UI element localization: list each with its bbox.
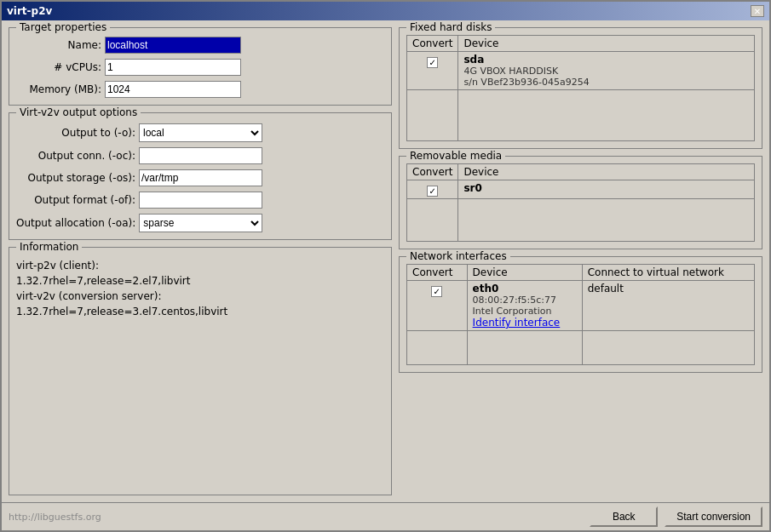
table-row-empty <box>407 331 755 365</box>
memory-row: Memory (MB): <box>16 81 384 98</box>
fixed-disks-col-device: Device <box>458 36 755 52</box>
vcpus-row: # vCPUs: <box>16 59 384 76</box>
information-text: virt-p2v (client): 1.32.7rhel=7,release=… <box>16 258 384 319</box>
information-group: Information virt-p2v (client): 1.32.7rhe… <box>9 247 392 495</box>
fixed-disks-table: Convert Device ✓ <box>406 35 755 141</box>
info-line-4: 1.32.7rhel=7,release=3.el7.centos,libvir… <box>16 304 384 319</box>
table-row-empty <box>407 90 755 141</box>
fixed-disk-detail2: s/n VBef23b936-045a9254 <box>463 77 749 88</box>
start-conversion-button[interactable]: Start conversion <box>665 506 762 527</box>
network-interfaces-table: Convert Device Connect to virtual networ… <box>406 264 755 365</box>
removable-checkbox[interactable]: ✓ <box>427 186 438 197</box>
output-storage-row: Output storage (-os): <box>16 169 384 186</box>
removable-convert-cell: ✓ <box>407 180 458 199</box>
table-row: ✓ eth0 08:00:27:f5:5c:77 Intel Corporati… <box>407 281 755 331</box>
main-window: virt-p2v ✕ Target properties Name: # vCP… <box>0 0 771 532</box>
net-device-name: eth0 <box>473 283 577 295</box>
net-col-device: Device <box>467 265 582 281</box>
net-checkbox[interactable]: ✓ <box>431 286 442 297</box>
info-line-1: virt-p2v (client): <box>16 258 384 273</box>
removable-device-cell: sr0 <box>458 180 755 199</box>
output-storage-label: Output storage (-os): <box>16 172 135 184</box>
virt-options-legend: Virt-v2v output options <box>16 106 141 118</box>
removable-media-table: Convert Device ✓ <box>406 163 755 242</box>
output-format-input[interactable] <box>139 192 262 209</box>
fixed-disks-col-convert: Convert <box>407 36 458 52</box>
output-alloc-label: Output allocation (-oa): <box>16 217 135 229</box>
name-row: Name: <box>16 37 384 54</box>
close-button[interactable]: ✕ <box>751 5 764 17</box>
network-interfaces-group: Network interfaces Convert Device Connec… <box>399 256 762 373</box>
output-conn-label: Output conn. (-oc): <box>16 150 135 162</box>
net-device-vendor: Intel Corporation <box>473 306 577 317</box>
output-storage-input[interactable] <box>139 169 262 186</box>
table-row: ✓ sda 4G VBOX HARDDISK s/n VBef23b936-04… <box>407 52 755 90</box>
content-area: Target properties Name: # vCPUs: Memory … <box>2 20 769 502</box>
name-label: Name: <box>16 39 101 51</box>
back-button[interactable]: Back <box>590 506 658 527</box>
output-format-label: Output format (-of): <box>16 194 135 206</box>
net-convert-cell: ✓ <box>407 281 468 331</box>
removable-col-convert: Convert <box>407 164 458 180</box>
net-device-mac: 08:00:27:f5:5c:77 <box>473 295 577 306</box>
fixed-disk-detail1: 4G VBOX HARDDISK <box>463 66 749 77</box>
net-col-network: Connect to virtual network <box>582 265 754 281</box>
removable-name: sr0 <box>463 182 749 194</box>
memory-label: Memory (MB): <box>16 83 101 95</box>
removable-col-device: Device <box>458 164 755 180</box>
virt-options-group: Virt-v2v output options Output to (-o): … <box>9 112 392 240</box>
bottom-bar: http://libguestfs.org Back Start convers… <box>2 502 769 530</box>
identify-interface-link[interactable]: Identify interface <box>473 317 561 329</box>
table-row: ✓ sr0 <box>407 180 755 199</box>
output-to-row: Output to (-o): local libvirt null qemu … <box>16 123 384 142</box>
removable-media-legend: Removable media <box>406 150 505 162</box>
left-panel: Target properties Name: # vCPUs: Memory … <box>9 27 392 495</box>
fixed-disk-checkbox[interactable]: ✓ <box>427 57 438 68</box>
output-conn-row: Output conn. (-oc): <box>16 147 384 164</box>
memory-input[interactable] <box>105 81 241 98</box>
output-conn-input[interactable] <box>139 147 262 164</box>
output-to-select[interactable]: local libvirt null qemu rhev vdsm xen <box>139 123 262 142</box>
target-properties-legend: Target properties <box>16 21 110 33</box>
net-network-value: default <box>588 283 624 295</box>
info-line-3: virt-v2v (conversion server): <box>16 289 384 304</box>
vcpus-label: # vCPUs: <box>16 61 101 73</box>
net-device-cell: eth0 08:00:27:f5:5c:77 Intel Corporation… <box>467 281 582 331</box>
information-legend: Information <box>16 241 82 253</box>
network-interfaces-legend: Network interfaces <box>406 250 510 262</box>
right-panel: Fixed hard disks Convert Device <box>399 27 762 495</box>
info-line-2: 1.32.7rhel=7,release=2.el7,libvirt <box>16 273 384 289</box>
table-row-empty <box>407 199 755 242</box>
fixed-disks-legend: Fixed hard disks <box>406 21 495 33</box>
name-input[interactable] <box>105 37 241 54</box>
title-bar: virt-p2v ✕ <box>2 2 769 20</box>
fixed-disk-device-cell: sda 4G VBOX HARDDISK s/n VBef23b936-045a… <box>458 52 755 90</box>
output-alloc-row: Output allocation (-oa): sparse prealloc… <box>16 214 384 232</box>
fixed-disk-convert-cell: ✓ <box>407 52 458 90</box>
target-properties-group: Target properties Name: # vCPUs: Memory … <box>9 27 392 106</box>
net-col-convert: Convert <box>407 265 468 281</box>
window-title: virt-p2v <box>7 5 52 17</box>
output-format-row: Output format (-of): <box>16 192 384 209</box>
output-to-label: Output to (-o): <box>16 127 135 139</box>
output-alloc-select[interactable]: sparse preallocated <box>139 214 262 232</box>
fixed-disks-group: Fixed hard disks Convert Device <box>399 27 762 149</box>
watermark-text: http://libguestfs.org <box>9 512 101 523</box>
vcpus-input[interactable] <box>105 59 241 76</box>
net-network-cell: default <box>582 281 754 331</box>
fixed-disk-name: sda <box>463 54 749 66</box>
removable-media-group: Removable media Convert Device <box>399 156 762 249</box>
